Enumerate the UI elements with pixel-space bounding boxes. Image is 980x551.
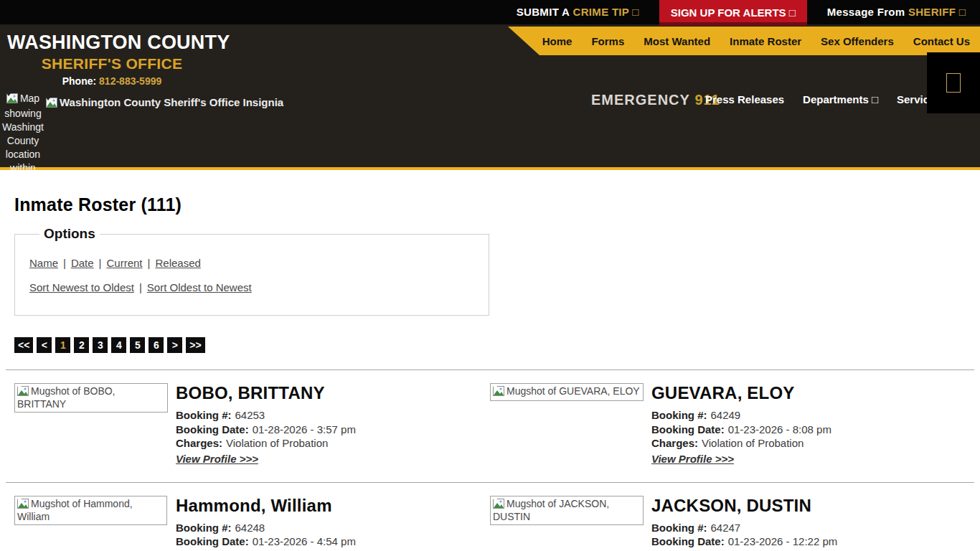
- booking-date-value: 01-23-2026 - 4:54 pm: [253, 535, 356, 547]
- page-prev-button[interactable]: <: [37, 337, 52, 353]
- mugshot-broken-image[interactable]: Mugshot of BOBO, BRITTANY: [14, 383, 168, 413]
- nav-item-inmate-roster[interactable]: Inmate Roster: [730, 35, 801, 47]
- inmate-entry: Mugshot of Hammond, William Hammond, Wil…: [14, 483, 490, 551]
- emergency-911-text: EMERGENCY 911: [591, 92, 720, 108]
- insignia-alt-text: Washington County Sheriff's Office Insig…: [60, 96, 283, 108]
- charges-row: Charges:Violation of Probation: [176, 436, 356, 451]
- charges-label: Charges:: [176, 437, 222, 449]
- county-title: WASHINGTON COUNTY: [7, 32, 230, 54]
- missing-glyph-icon: [946, 73, 961, 93]
- booking-date-row: Booking Date:01-28-2026 - 3:57 pm: [176, 423, 356, 437]
- inmate-name: JACKSON, DUSTIN: [651, 496, 837, 516]
- county-map-broken-image: Map showing Washingt County location wit…: [0, 92, 46, 170]
- submit-crime-tip-link[interactable]: SUBMIT A CRIME TIP □: [517, 0, 639, 24]
- page-first-button[interactable]: <<: [14, 337, 33, 353]
- page-2-button[interactable]: 2: [74, 337, 89, 353]
- top-utility-bar: SUBMIT A CRIME TIP □ SIGN UP FOR ALERTS …: [0, 0, 980, 24]
- message-from-prefix: Message From: [827, 6, 905, 18]
- filter-released-link[interactable]: Released: [155, 257, 200, 269]
- filter-name-link[interactable]: Name: [29, 257, 58, 269]
- broken-image-icon: [46, 98, 57, 110]
- page-next-button[interactable]: >: [167, 337, 182, 353]
- booking-date-row: Booking Date:01-23-2026 - 4:54 pm: [176, 534, 356, 549]
- mugshot-cell: Mugshot of Hammond, William: [14, 496, 176, 551]
- inmate-name: Hammond, William: [176, 496, 356, 516]
- sort-oldest-link[interactable]: Sort Oldest to Newest: [147, 281, 252, 293]
- inmate-details: BOBO, BRITTANY Booking #:64253 Booking D…: [176, 383, 356, 466]
- header-corner-button[interactable]: [927, 52, 980, 113]
- main-content: Inmate Roster (111) Options Name|Date|Cu…: [0, 194, 980, 551]
- mugshot-broken-image[interactable]: Mugshot of JACKSON, DUSTIN: [490, 496, 644, 525]
- booking-number-value: 64253: [235, 409, 265, 421]
- mugshot-alt-text: Mugshot of BOBO, BRITTANY: [17, 385, 116, 410]
- phone-label: Phone:: [62, 75, 96, 87]
- nav-item-forms[interactable]: Forms: [591, 35, 624, 47]
- departments-menu[interactable]: Departments □: [803, 93, 878, 105]
- page-title: Inmate Roster (111): [14, 194, 966, 215]
- inmate-details: Hammond, William Booking #:64248 Booking…: [176, 496, 356, 551]
- booking-date-value: 01-23-2026 - 8:08 pm: [728, 423, 831, 435]
- charges-row: Charges:Violation of Probation: [651, 436, 831, 451]
- mugshot-broken-image[interactable]: Mugshot of GUEVARA, ELOY: [490, 383, 644, 401]
- mugshot-alt-text: Mugshot of Hammond, William: [17, 498, 133, 522]
- pagination: << < 1 2 3 4 5 6 > >>: [14, 337, 966, 353]
- view-profile-link[interactable]: View Profile >>>: [176, 453, 258, 465]
- page-3-button[interactable]: 3: [93, 337, 108, 353]
- phone-number-link[interactable]: 812-883-5999: [99, 75, 161, 87]
- inmate-name: BOBO, BRITTANY: [176, 383, 356, 403]
- options-legend: Options: [39, 226, 100, 242]
- sign-up-alerts-button[interactable]: SIGN UP FOR ALERTS □: [659, 0, 807, 26]
- booking-date-label: Booking Date:: [651, 535, 725, 547]
- mugshot-cell: Mugshot of JACKSON, DUSTIN: [490, 496, 651, 551]
- booking-number-value: 64249: [711, 409, 741, 421]
- booking-number-label: Booking #:: [176, 522, 232, 534]
- nav-item-most-wanted[interactable]: Most Wanted: [644, 35, 710, 47]
- filter-date-link[interactable]: Date: [71, 257, 94, 269]
- booking-number-row: Booking #:64248: [176, 521, 356, 535]
- booking-date-label: Booking Date:: [176, 535, 249, 547]
- filter-current-link[interactable]: Current: [107, 257, 143, 269]
- mugshot-broken-image[interactable]: Mugshot of Hammond, William: [14, 496, 167, 525]
- separator: |: [63, 257, 66, 269]
- charges-row: Charges:Violation of Probation: [651, 549, 837, 551]
- page-1-button[interactable]: 1: [55, 337, 70, 353]
- charges-label: Charges:: [651, 437, 698, 449]
- message-from-sheriff-link[interactable]: Message From SHERIFF □: [827, 0, 966, 24]
- booking-number-row: Booking #:64253: [176, 408, 356, 423]
- view-profile-link[interactable]: View Profile >>>: [651, 453, 734, 465]
- submit-crime-tip-highlight: CRIME TIP □: [573, 6, 639, 18]
- broken-image-icon: [493, 499, 504, 511]
- nav-item-sex-offenders[interactable]: Sex Offenders: [821, 35, 894, 47]
- mugshot-cell: Mugshot of BOBO, BRITTANY: [14, 383, 176, 466]
- page-4-button[interactable]: 4: [111, 337, 126, 353]
- nav-item-home[interactable]: Home: [542, 35, 573, 47]
- page-5-button[interactable]: 5: [130, 337, 145, 353]
- booking-number-value: 64247: [711, 522, 741, 534]
- mugshot-alt-text: Mugshot of JACKSON, DUSTIN: [493, 498, 609, 522]
- booking-date-label: Booking Date:: [176, 423, 249, 435]
- office-subtitle: SHERIFF'S OFFICE: [0, 55, 224, 72]
- inmate-roster-row-1: Mugshot of BOBO, BRITTANY BOBO, BRITTANY…: [14, 370, 966, 466]
- phone-line: Phone: 812-883-5999: [0, 75, 224, 87]
- press-releases-link[interactable]: Press Releases: [705, 93, 784, 105]
- booking-date-label: Booking Date:: [651, 423, 725, 435]
- broken-image-icon: [493, 386, 504, 398]
- sort-newest-link[interactable]: Sort Newest to Oldest: [29, 281, 134, 293]
- inmate-entry: Mugshot of JACKSON, DUSTIN JACKSON, DUST…: [490, 483, 966, 551]
- booking-number-label: Booking #:: [651, 522, 707, 534]
- booking-number-row: Booking #:64249: [651, 408, 831, 423]
- options-panel: Options Name|Date|Current|Released Sort …: [14, 226, 489, 316]
- booking-date-value: 01-23-2026 - 12:22 pm: [728, 535, 838, 547]
- booking-number-row: Booking #:64247: [651, 521, 837, 535]
- page-6-button[interactable]: 6: [149, 337, 164, 353]
- insignia-broken-image: Washington County Sheriff's Office Insig…: [46, 96, 283, 110]
- message-from-highlight: SHERIFF □: [908, 6, 966, 18]
- inmate-details: JACKSON, DUSTIN Booking #:64247 Booking …: [651, 496, 837, 551]
- inmate-entry: Mugshot of GUEVARA, ELOY GUEVARA, ELOY B…: [490, 370, 966, 466]
- nav-item-contact-us[interactable]: Contact Us: [913, 35, 970, 47]
- emergency-label: EMERGENCY: [591, 92, 690, 108]
- page-last-button[interactable]: >>: [186, 337, 204, 353]
- charges-value: Violation of Probation: [702, 437, 804, 449]
- booking-date-row: Booking Date:01-23-2026 - 12:22 pm: [651, 534, 837, 549]
- booking-number-label: Booking #:: [176, 409, 232, 421]
